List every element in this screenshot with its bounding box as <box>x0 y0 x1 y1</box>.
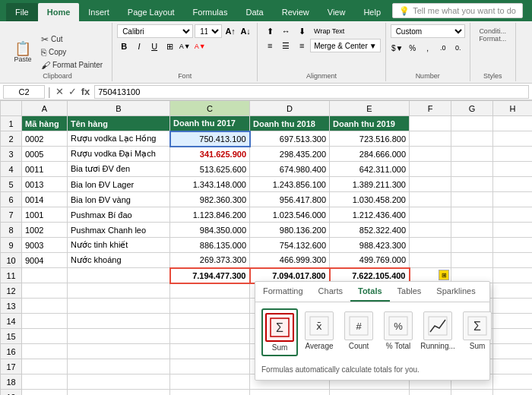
currency-button[interactable]: $▼ <box>391 41 404 55</box>
decimal-increase-button[interactable]: .0 <box>436 41 450 55</box>
cell-f5[interactable] <box>410 177 451 192</box>
cell-f7[interactable] <box>410 207 451 223</box>
cell-b8[interactable]: Pushmax Chanh leo <box>68 223 170 238</box>
col-header-h[interactable]: H <box>493 101 533 116</box>
cell-a5[interactable]: 0013 <box>22 177 68 192</box>
cell-d1[interactable]: Doanh thu 2018 <box>250 116 330 131</box>
col-header-a[interactable]: A <box>22 101 68 116</box>
cell-d9[interactable]: 754.132.600 <box>250 238 330 253</box>
number-format-select[interactable]: Custom <box>391 24 465 38</box>
cell-a8[interactable]: 1002 <box>22 223 68 238</box>
cell-g1[interactable] <box>451 116 493 131</box>
cell-b6[interactable]: Bia lon ĐV vàng <box>68 192 170 207</box>
cell-h7[interactable] <box>493 207 533 223</box>
cell-h5[interactable] <box>493 177 533 192</box>
cell-f6[interactable] <box>410 192 451 207</box>
cell-c1[interactable]: Doanh thu 2017 <box>170 116 250 131</box>
col-header-d[interactable]: D <box>250 101 330 116</box>
cell-c4[interactable]: 513.625.600 <box>170 162 250 177</box>
cell-a2[interactable]: 0002 <box>22 131 68 147</box>
cell-e3[interactable]: 284.666.000 <box>330 147 410 162</box>
cell-a4[interactable]: 0011 <box>22 162 68 177</box>
copy-button[interactable]: ⎘ Copy <box>38 46 106 58</box>
cell-g10[interactable] <box>451 253 493 268</box>
cell-f8[interactable] <box>410 223 451 238</box>
align-right-button[interactable]: ≡ <box>294 39 309 52</box>
qa-item-pct-total[interactable]: % % Total <box>380 308 416 356</box>
underline-button[interactable]: U <box>147 40 161 53</box>
cell-h11[interactable] <box>493 268 533 283</box>
cell-g2[interactable] <box>451 131 493 147</box>
cell-g9[interactable] <box>451 238 493 253</box>
cell-d3[interactable]: 298.435.200 <box>250 147 330 162</box>
tab-insert[interactable]: Insert <box>79 3 119 21</box>
cell-f1[interactable] <box>410 116 451 131</box>
align-top-button[interactable]: ⬆ <box>262 24 277 38</box>
cell-b10[interactable]: Nước khoáng <box>68 253 170 268</box>
cell-e6[interactable]: 1.030.458.200 <box>330 192 410 207</box>
font-family-select[interactable]: Calibri <box>117 24 193 38</box>
qa-tab-formatting[interactable]: Formatting <box>255 282 311 302</box>
cell-h9[interactable] <box>493 238 533 253</box>
tab-help[interactable]: Help <box>354 3 390 21</box>
confirm-formula-icon[interactable]: ✓ <box>67 86 78 97</box>
cell-d6[interactable]: 956.417.800 <box>250 192 330 207</box>
cell-e4[interactable]: 642.311.000 <box>330 162 410 177</box>
cell-d2[interactable]: 697.513.300 <box>250 131 330 147</box>
fill-color-button[interactable]: A▼ <box>178 40 192 53</box>
qa-item-sum[interactable]: Σ Sum <box>261 308 298 356</box>
cell-a1[interactable]: Mã hàng <box>22 116 68 131</box>
cell-b3[interactable]: Rượu vodka Đại Mạch <box>68 147 170 162</box>
cell-c2[interactable]: 750.413.100 <box>170 131 250 147</box>
qa-item-average[interactable]: x̄ Average <box>301 308 337 356</box>
cell-c6[interactable]: 982.360.300 <box>170 192 250 207</box>
cell-a9[interactable]: 9003 <box>22 238 68 253</box>
quick-analysis-trigger[interactable]: ⊞ <box>439 270 449 280</box>
cell-e9[interactable]: 988.423.300 <box>330 238 410 253</box>
format-painter-button[interactable]: 🖌 Format Painter <box>38 59 106 71</box>
cell-c9[interactable]: 886.135.000 <box>170 238 250 253</box>
cell-b1[interactable]: Tên hàng <box>68 116 170 131</box>
wrap-text-button[interactable]: Wrap Text <box>310 24 348 38</box>
cell-reference-input[interactable] <box>3 85 45 99</box>
cell-e5[interactable]: 1.389.211.300 <box>330 177 410 192</box>
font-color-button[interactable]: A▼ <box>193 40 207 53</box>
cell-g3[interactable] <box>451 147 493 162</box>
cell-e2[interactable]: 723.516.800 <box>330 131 410 147</box>
col-header-g[interactable]: G <box>451 101 493 116</box>
align-middle-button[interactable]: ↔ <box>278 24 293 38</box>
cell-c11[interactable]: 7.194.477.300 <box>170 268 250 283</box>
comma-button[interactable]: , <box>421 41 435 55</box>
tab-view[interactable]: View <box>318 3 355 21</box>
cell-c3[interactable]: 341.625.900 <box>170 147 250 162</box>
cell-a11[interactable] <box>22 268 68 283</box>
cell-f4[interactable] <box>410 162 451 177</box>
font-grow-button[interactable]: A↑ <box>223 24 237 38</box>
cell-b4[interactable]: Bia tươi ĐV đen <box>68 162 170 177</box>
cell-e10[interactable]: 499.769.000 <box>330 253 410 268</box>
cell-b9[interactable]: Nước tinh khiết <box>68 238 170 253</box>
cell-h4[interactable] <box>493 162 533 177</box>
cell-b5[interactable]: Bia lon ĐV Lager <box>68 177 170 192</box>
insert-function-icon[interactable]: fx <box>80 86 92 97</box>
formula-input[interactable] <box>94 85 529 99</box>
cell-g7[interactable] <box>451 207 493 223</box>
paste-button[interactable]: 📋 Paste <box>9 33 36 72</box>
cell-h2[interactable] <box>493 131 533 147</box>
cell-d10[interactable]: 466.999.300 <box>250 253 330 268</box>
cell-d8[interactable]: 980.136.200 <box>250 223 330 238</box>
qa-tab-totals[interactable]: Totals <box>350 282 390 302</box>
col-header-c[interactable]: C <box>170 101 250 116</box>
cell-g6[interactable] <box>451 192 493 207</box>
cut-button[interactable]: ✂ Cut <box>38 33 106 46</box>
bold-button[interactable]: B <box>117 40 131 53</box>
tab-file[interactable]: File <box>6 3 38 21</box>
tab-formulas[interactable]: Formulas <box>184 3 237 21</box>
cell-e1[interactable]: Doanh thu 2019 <box>330 116 410 131</box>
qa-item-sum2[interactable]: Σ Sum <box>459 308 496 356</box>
tab-data[interactable]: Data <box>236 3 272 21</box>
cell-d4[interactable]: 674.980.400 <box>250 162 330 177</box>
qa-tab-tables[interactable]: Tables <box>390 282 429 302</box>
cell-f2[interactable] <box>410 131 451 147</box>
merge-center-button[interactable]: Merge & Center▼ <box>310 39 381 52</box>
